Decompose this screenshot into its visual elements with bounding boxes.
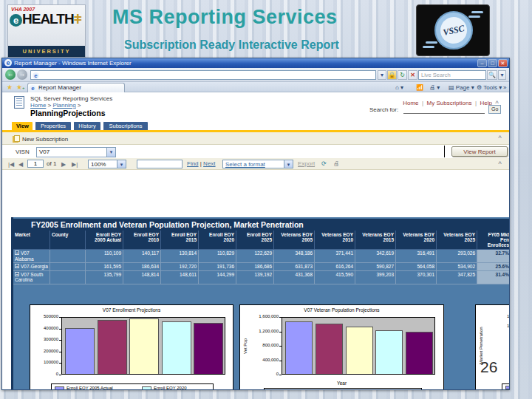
value-cell: 371,441: [315, 250, 355, 263]
y-tick-label: 400,000: [252, 358, 279, 362]
legend-swatch: [142, 386, 151, 390]
zoom-dropdown[interactable]: 100%▼: [88, 160, 126, 168]
value-cell: 135,799: [86, 271, 123, 284]
back-button[interactable]: ←: [5, 69, 16, 80]
window-title: Report Manager - Windows Internet Explor…: [14, 60, 132, 66]
print-icon[interactable]: 🖨 ▾: [429, 83, 440, 92]
maximize-button[interactable]: □: [488, 59, 497, 67]
page-content: SQL Server Reporting Services Home > Pla…: [2, 92, 509, 389]
export-format-dropdown[interactable]: Select a format▼: [222, 160, 293, 168]
breadcrumb-home-link[interactable]: Home: [30, 102, 46, 109]
column-header: Veterans EOY 2025: [437, 231, 477, 250]
tools-menu[interactable]: ⚙ Tools ▾: [477, 83, 502, 92]
tab-history[interactable]: History: [73, 121, 101, 130]
column-header: Enroll EOY 2025: [236, 231, 274, 250]
y-tick-label: 80: [488, 333, 509, 338]
tab-subscriptions[interactable]: Subscriptions: [103, 121, 149, 130]
y-axis-label: Vet Pop: [243, 317, 248, 375]
home-icon[interactable]: ⌂ ▾: [395, 83, 403, 92]
next-link[interactable]: Next: [203, 160, 215, 167]
column-header: FY05 Mkt Pen Enrollees: [477, 231, 509, 250]
dropdown-arrow-icon[interactable]: ▼: [106, 148, 115, 157]
current-page-input[interactable]: 1: [27, 160, 44, 168]
search-dropdown-icon[interactable]: ▾: [498, 70, 506, 80]
market-cell[interactable]: +V07 South Carolina: [13, 271, 50, 284]
next-page-icon[interactable]: ▶: [61, 161, 66, 168]
expand-icon[interactable]: +: [15, 272, 19, 276]
slide-title: MS Reporting Services: [112, 6, 338, 29]
tab-properties[interactable]: Properties: [35, 121, 72, 130]
visn-dropdown[interactable]: V07▼: [36, 147, 116, 157]
dropdown-arrow-icon[interactable]: ▼: [284, 160, 293, 168]
search-magnifier-icon[interactable]: 🔍: [487, 70, 497, 80]
column-header: Market: [13, 231, 50, 250]
minimize-button[interactable]: –: [477, 59, 487, 67]
collapse-toolbar-icon[interactable]: ^: [498, 160, 502, 167]
value-cell: 415,590: [315, 271, 355, 284]
address-dropdown-icon[interactable]: ▾: [378, 70, 386, 80]
y-tick-mark: [59, 329, 61, 330]
last-page-icon[interactable]: ▶|: [72, 161, 78, 168]
first-page-icon[interactable]: |◀: [8, 161, 14, 168]
expand-icon[interactable]: +: [15, 264, 19, 268]
value-cell: 110,109: [86, 250, 123, 263]
dropdown-arrow-icon[interactable]: ▼: [117, 160, 126, 168]
chevron-more-icon[interactable]: »: [503, 83, 506, 92]
report-title: FY2005 Enrollment and Veteran Population…: [13, 219, 509, 231]
column-header: Enroll EOY 2005 Actual: [86, 231, 123, 250]
vssc-text: VSSC: [438, 15, 470, 47]
y-tick-mark: [59, 375, 61, 375]
table-row: +V07-Georgia161,595186,634192,720191,736…: [13, 263, 509, 270]
y-tick-label: 800,000: [252, 343, 279, 347]
collapse-actions-icon[interactable]: ^: [498, 134, 502, 141]
window-titlebar[interactable]: e Report Manager - Windows Internet Expl…: [2, 58, 509, 68]
bar: [65, 328, 95, 374]
tab-view[interactable]: View: [11, 121, 33, 130]
forward-button[interactable]: →: [17, 69, 27, 80]
legend-item: Enroll EOY 2020: [142, 386, 210, 389]
prev-page-icon[interactable]: ◀: [18, 161, 23, 168]
tab-favicon: e: [30, 85, 36, 92]
parameter-row: VISN V07▼ View Report: [2, 145, 509, 158]
new-subscription-button[interactable]: New Subscription: [14, 134, 68, 143]
feeds-icon[interactable]: 📶: [416, 83, 423, 92]
chart-legend: [502, 383, 509, 389]
vssc-stripe: [468, 16, 480, 18]
export-link[interactable]: Export: [298, 160, 315, 167]
address-bar[interactable]: e: [30, 70, 376, 80]
refresh-report-icon[interactable]: ⟳: [321, 160, 327, 167]
favorites-star-icon[interactable]: ★: [7, 83, 13, 91]
page-menu[interactable]: ▤ Page ▾: [449, 83, 474, 92]
add-favorite-icon[interactable]: ★+: [16, 83, 25, 91]
close-button[interactable]: ✕: [498, 59, 508, 67]
live-search-input[interactable]: Live Search: [418, 70, 486, 80]
home-link[interactable]: Home: [403, 100, 418, 106]
search-for-input[interactable]: [403, 106, 485, 114]
page-title: PlanningProjections: [30, 109, 106, 117]
go-button[interactable]: Go: [488, 105, 501, 114]
view-report-button[interactable]: View Report: [451, 146, 508, 157]
value-cell: 564,058: [396, 263, 437, 270]
refresh-icon[interactable]: ↻: [398, 70, 407, 80]
service-title: SQL Server Reporting Services: [30, 95, 112, 102]
print-report-icon[interactable]: 🖨: [333, 160, 339, 167]
my-subscriptions-link[interactable]: My Subscriptions: [427, 100, 472, 106]
y-tick-label: 500000: [32, 314, 58, 318]
column-header: Veterans EOY 2020: [396, 231, 437, 250]
browser-tab[interactable]: eReport Manager: [27, 83, 125, 92]
bar: [316, 324, 343, 374]
find-link[interactable]: Find: [187, 160, 199, 167]
stop-icon[interactable]: ✕: [408, 70, 417, 80]
bar: [194, 323, 223, 374]
county-cell: [50, 271, 86, 284]
chart-legend: Enroll EOY 2005 ActualEnroll EOY 2010Enr…: [51, 383, 214, 389]
university-label: UNIVERSITY: [8, 46, 85, 57]
breadcrumb-planning-link[interactable]: Planning: [52, 102, 75, 109]
breadcrumb: Home > Planning >: [30, 102, 81, 109]
find-input[interactable]: [137, 160, 183, 168]
market-cell[interactable]: +V07 Alabama: [13, 250, 50, 263]
y-tick-label: 300000: [32, 337, 58, 341]
expand-icon[interactable]: +: [15, 250, 19, 255]
market-cell[interactable]: +V07-Georgia: [13, 263, 50, 270]
y-tick-label: 100000: [32, 360, 58, 364]
